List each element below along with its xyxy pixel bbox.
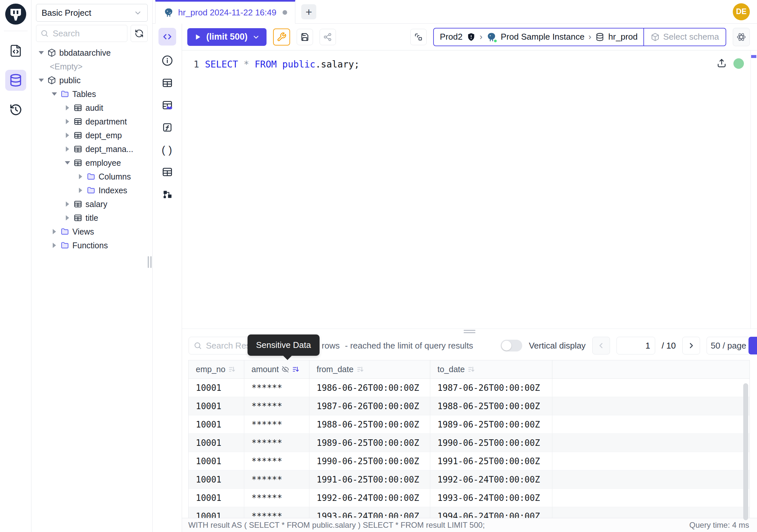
table-cell[interactable]: 10001: [189, 379, 244, 397]
table-cell[interactable]: 1987-06-26T00:00:00Z: [309, 397, 430, 415]
tables-panel-button[interactable]: [160, 76, 174, 90]
table-cell[interactable]: 10001: [189, 415, 244, 433]
format-sql-button[interactable]: [273, 28, 290, 46]
table-cell[interactable]: 10001: [189, 489, 244, 507]
caret-down-icon[interactable]: [65, 161, 70, 165]
table-cell[interactable]: ******: [244, 452, 309, 470]
table-cell[interactable]: 1986-06-26T00:00:00Z: [309, 379, 430, 397]
tree-item-columns[interactable]: Columns: [31, 170, 152, 183]
caret-down-icon[interactable]: [39, 78, 44, 82]
connection-button[interactable]: [410, 29, 427, 45]
tree-item-dept-emp[interactable]: dept_emp: [31, 128, 152, 142]
caret-right-icon[interactable]: [53, 243, 56, 248]
table-cell[interactable]: 10001: [189, 507, 244, 518]
sort-icon[interactable]: [292, 365, 300, 373]
rail-worksheet-button[interactable]: [5, 40, 26, 61]
caret-down-icon[interactable]: [39, 51, 44, 54]
table-cell[interactable]: 1993-06-24T00:00:00Z: [430, 489, 552, 507]
save-sheet-button[interactable]: [297, 29, 313, 45]
caret-right-icon[interactable]: [66, 105, 69, 110]
sql-editor[interactable]: 1 SELECT * FROM public.salary;: [182, 50, 757, 329]
results-resize-handle[interactable]: [182, 329, 757, 334]
results-vertical-scrollbar[interactable]: [743, 383, 748, 520]
editor-overview-ruler[interactable]: [750, 50, 757, 329]
tree-item-functions[interactable]: Functions: [31, 238, 152, 252]
run-query-button[interactable]: (limit 500): [187, 28, 266, 46]
info-panel-button[interactable]: [160, 53, 174, 68]
refresh-schema-button[interactable]: [131, 25, 148, 42]
views-panel-button[interactable]: [160, 165, 174, 179]
tree-item-public[interactable]: public: [31, 73, 152, 87]
caret-right-icon[interactable]: [79, 188, 82, 193]
schema-diagram-button[interactable]: [160, 187, 174, 202]
table-cell[interactable]: ******: [244, 507, 309, 518]
table-cell[interactable]: 10001: [189, 452, 244, 470]
table-cell[interactable]: 10001: [189, 434, 244, 452]
tree-item-salary[interactable]: salary: [31, 197, 152, 211]
table-cell[interactable]: 1988-06-25T00:00:00Z: [430, 397, 552, 415]
tree-item-empty[interactable]: <Empty>: [31, 60, 152, 73]
procedures-panel-button[interactable]: ( ): [160, 142, 174, 157]
table-cell[interactable]: ******: [244, 489, 309, 507]
sort-icon[interactable]: [468, 365, 475, 373]
upload-sql-icon[interactable]: [716, 58, 727, 68]
new-tab-button[interactable]: +: [301, 4, 316, 19]
column-header-emp_no[interactable]: emp_no: [189, 360, 244, 378]
table-cell[interactable]: ******: [244, 415, 309, 433]
table-cell[interactable]: 1989-06-25T00:00:00Z: [309, 434, 430, 452]
column-header-amount[interactable]: amount: [244, 360, 309, 378]
sidebar-search-box[interactable]: [36, 25, 127, 42]
rail-database-button[interactable]: [5, 70, 26, 91]
prev-page-button[interactable]: [592, 337, 610, 355]
table-cell[interactable]: 1989-06-25T00:00:00Z: [430, 415, 552, 433]
tree-item-views[interactable]: Views: [31, 225, 152, 238]
page-size-select[interactable]: 50 / page: [707, 337, 750, 355]
tree-item-dept-mana[interactable]: dept_mana...: [31, 142, 152, 156]
ai-assistant-button[interactable]: [733, 28, 750, 46]
table-cell[interactable]: 1993-06-24T00:00:00Z: [309, 507, 430, 518]
tree-item-tables[interactable]: Tables: [31, 87, 152, 101]
table-cell[interactable]: ******: [244, 470, 309, 488]
caret-right-icon[interactable]: [79, 174, 82, 179]
tree-item-bbdataarchive[interactable]: bbdataarchive: [31, 46, 152, 60]
select-schema-button[interactable]: Select schema: [643, 28, 726, 46]
caret-right-icon[interactable]: [66, 215, 69, 220]
external-tables-panel-button[interactable]: [160, 98, 174, 112]
caret-right-icon[interactable]: [66, 133, 69, 138]
tree-item-audit[interactable]: audit: [31, 101, 152, 115]
table-cell[interactable]: 10001: [189, 470, 244, 488]
table-cell[interactable]: 1987-06-26T00:00:00Z: [430, 379, 552, 397]
connection-path[interactable]: Prod2 › Prod Sample Instance › hr_prod: [434, 28, 643, 46]
share-sheet-button[interactable]: [319, 29, 336, 45]
caret-right-icon[interactable]: [66, 119, 69, 124]
column-header-from_date[interactable]: from_date: [309, 360, 430, 378]
user-avatar[interactable]: DE: [733, 3, 750, 20]
tree-item-title[interactable]: title: [31, 211, 152, 225]
vertical-display-toggle[interactable]: [500, 340, 522, 352]
table-cell[interactable]: 1990-06-25T00:00:00Z: [309, 452, 430, 470]
table-cell[interactable]: ******: [244, 434, 309, 452]
tab-hr-prod[interactable]: hr_prod 2024-11-22 16:49: [155, 0, 295, 24]
column-header-to_date[interactable]: to_date: [430, 360, 552, 378]
tree-item-indexes[interactable]: Indexes: [31, 183, 152, 197]
connection-breadcrumb[interactable]: Prod2 › Prod Sample Instance › hr_prod: [433, 28, 726, 46]
chevron-down-icon[interactable]: [252, 33, 260, 41]
tree-item-employee[interactable]: employee: [31, 156, 152, 170]
caret-right-icon[interactable]: [66, 202, 69, 207]
project-selector[interactable]: Basic Project: [36, 4, 148, 22]
table-cell[interactable]: ******: [244, 397, 309, 415]
code-view-toggle[interactable]: [159, 28, 176, 46]
sort-icon[interactable]: [356, 365, 364, 373]
table-cell[interactable]: 1991-06-25T00:00:00Z: [430, 452, 552, 470]
rail-history-button[interactable]: [5, 99, 26, 120]
table-cell[interactable]: 1992-06-24T00:00:00Z: [430, 470, 552, 488]
tree-item-department[interactable]: department: [31, 115, 152, 128]
table-cell[interactable]: ******: [244, 379, 309, 397]
sort-icon[interactable]: [228, 365, 236, 373]
page-number-input[interactable]: 1: [617, 337, 655, 355]
table-cell[interactable]: 1991-06-25T00:00:00Z: [309, 470, 430, 488]
next-page-button[interactable]: [682, 337, 700, 355]
caret-down-icon[interactable]: [52, 92, 57, 96]
table-cell[interactable]: 1988-06-25T00:00:00Z: [309, 415, 430, 433]
functions-panel-button[interactable]: [160, 120, 174, 135]
